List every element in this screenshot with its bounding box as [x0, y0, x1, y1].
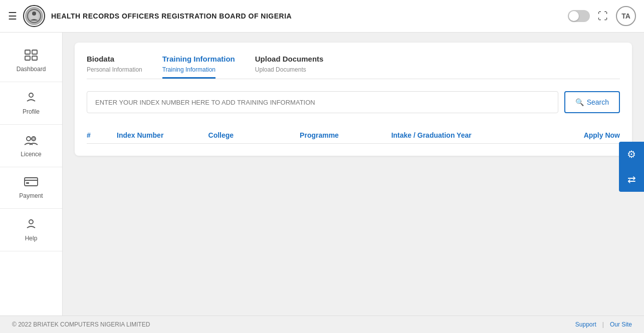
- search-icon: 🔍: [575, 98, 584, 106]
- upload-main-label: Upload Documents: [255, 55, 324, 63]
- svg-point-1: [32, 12, 36, 16]
- sidebar-item-profile[interactable]: Profile: [0, 82, 62, 125]
- svg-rect-12: [26, 182, 29, 184]
- table-header: # Index Number College Programme Intake …: [87, 127, 620, 144]
- tab-training-info[interactable]: Training Information Training Informatio…: [162, 55, 235, 79]
- tab-upload-docs[interactable]: Upload Documents Upload Documents: [255, 55, 324, 79]
- search-button-label: Search: [587, 98, 609, 106]
- search-button[interactable]: 🔍 Search: [564, 91, 620, 113]
- svg-rect-5: [32, 56, 37, 60]
- svg-point-7: [27, 137, 31, 141]
- svg-rect-2: [25, 50, 30, 54]
- header-logo: [23, 5, 45, 27]
- footer-divider: |: [602, 321, 604, 328]
- main-content: Biodata Personal Information Training In…: [63, 33, 644, 315]
- col-index-number: Index Number: [117, 131, 208, 139]
- dashboard-icon: [25, 50, 38, 64]
- search-area: 🔍 Search: [87, 91, 620, 113]
- sidebar: Dashboard Profile Licence: [0, 33, 63, 315]
- svg-point-6: [29, 93, 33, 97]
- col-year: Intake / Graduation Year: [391, 131, 529, 139]
- header-right: ⛶ TA: [568, 6, 636, 26]
- col-programme: Programme: [300, 131, 391, 139]
- copyright-text: © 2022 BRIATEK COMPUTERS NIGERIA LIMITED: [12, 321, 150, 328]
- help-icon: [25, 218, 37, 233]
- svg-rect-3: [32, 50, 37, 54]
- upload-sub-label: Upload Documents: [255, 66, 306, 79]
- gear-icon: ⚙: [627, 148, 636, 160]
- user-avatar[interactable]: TA: [616, 6, 636, 26]
- sidebar-item-help[interactable]: Help: [0, 209, 62, 251]
- biodata-main-label: Biodata: [87, 55, 114, 63]
- licence-icon: [24, 134, 38, 149]
- svg-point-0: [28, 10, 41, 23]
- sidebar-item-dashboard[interactable]: Dashboard: [0, 41, 62, 82]
- licence-label: Licence: [21, 151, 41, 158]
- col-college: College: [208, 131, 300, 139]
- theme-toggle[interactable]: [568, 10, 590, 22]
- svg-point-9: [33, 138, 35, 140]
- support-link[interactable]: Support: [575, 321, 596, 328]
- payment-icon: [24, 176, 38, 190]
- tabs-row: Biodata Personal Information Training In…: [87, 55, 620, 79]
- menu-icon[interactable]: ☰: [8, 10, 17, 22]
- col-hash: #: [87, 131, 117, 139]
- svg-rect-4: [25, 56, 30, 60]
- svg-point-13: [29, 220, 33, 224]
- header-title: HEALTH RECORDS OFFICERS REGISTRATION BOA…: [51, 12, 568, 20]
- index-number-input[interactable]: [87, 91, 558, 113]
- dashboard-label: Dashboard: [17, 66, 46, 73]
- tab-biodata[interactable]: Biodata Personal Information: [87, 55, 142, 79]
- payment-label: Payment: [19, 192, 43, 199]
- fab-gear-button[interactable]: ⚙: [619, 142, 644, 167]
- logo-image: [25, 7, 43, 25]
- sidebar-item-licence[interactable]: Licence: [0, 125, 62, 167]
- fab-shuffle-button[interactable]: ⇄: [619, 167, 644, 192]
- profile-label: Profile: [23, 108, 40, 115]
- expand-icon[interactable]: ⛶: [598, 11, 608, 22]
- help-label: Help: [25, 235, 38, 242]
- footer-links: Support | Our Site: [575, 321, 632, 328]
- training-main-label: Training Information: [162, 55, 235, 63]
- our-site-link[interactable]: Our Site: [610, 321, 632, 328]
- biodata-sub-label: Personal Information: [87, 66, 142, 79]
- svg-rect-10: [25, 178, 38, 186]
- training-sub-label: Training Information: [162, 66, 216, 79]
- footer: © 2022 BRIATEK COMPUTERS NIGERIA LIMITED…: [0, 315, 644, 333]
- header: ☰ HEALTH RECORDS OFFICERS REGISTRATION B…: [0, 0, 644, 33]
- layout: Dashboard Profile Licence: [0, 33, 644, 315]
- profile-icon: [25, 91, 37, 106]
- shuffle-icon: ⇄: [627, 173, 636, 185]
- fab-container: ⚙ ⇄: [619, 142, 644, 192]
- main-card: Biodata Personal Information Training In…: [75, 43, 632, 156]
- col-apply-now: Apply Now: [528, 131, 620, 139]
- sidebar-item-payment[interactable]: Payment: [0, 167, 62, 209]
